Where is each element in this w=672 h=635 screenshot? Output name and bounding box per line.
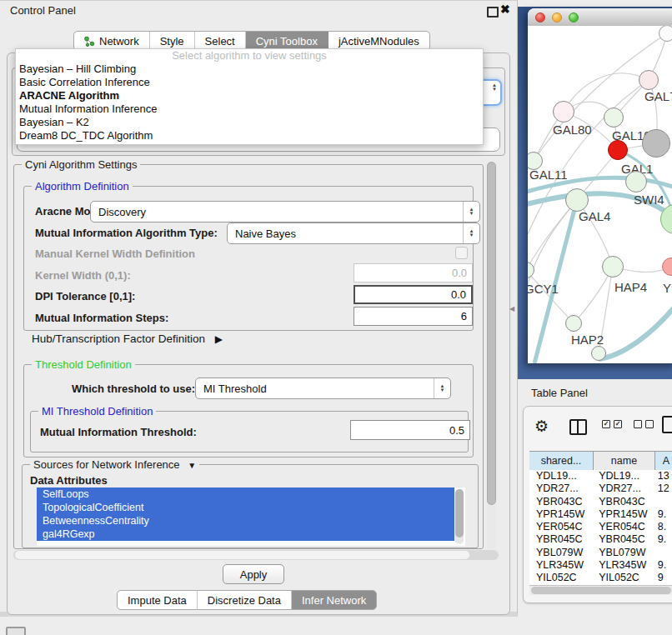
network-icon — [84, 36, 95, 47]
network-node-gal80[interactable] — [553, 101, 574, 122]
network-node[interactable] — [642, 129, 670, 158]
tab-network[interactable]: Network — [74, 32, 150, 50]
kernel-width-label: Kernel Width (0,1): — [35, 269, 131, 282]
network-node-gal10[interactable] — [604, 108, 624, 128]
table-horizontal-scrollbar[interactable] — [529, 585, 672, 595]
split-columns-icon[interactable] — [569, 419, 587, 435]
table-cell: 9. — [654, 533, 672, 546]
close-traffic-light-icon[interactable] — [535, 12, 545, 22]
kernel-width-field[interactable]: 0.0 — [354, 263, 473, 282]
control-panel-titlebar[interactable]: Control Panel ✖ — [0, 1, 517, 21]
table-cell: YBR045C — [529, 533, 594, 546]
data-attributes-label: Data Attributes — [30, 474, 108, 487]
network-node[interactable] — [591, 346, 606, 361]
table-row[interactable]: YPR145WYPR145W9. — [529, 508, 672, 521]
table-row[interactable]: YLR345WYLR345W9. — [529, 559, 672, 572]
attribute-item-topologicalcoefficient[interactable]: TopologicalCoefficient — [37, 501, 454, 514]
table-cell — [654, 547, 672, 559]
tab-jactivemnodules[interactable]: jActiveMNodules — [328, 32, 429, 50]
combo-stepper-icon: ▲▼ — [492, 83, 497, 92]
table-row[interactable]: YIL052CYIL052C9 — [529, 572, 672, 584]
network-window[interactable]: GAL7GAL80GAL10GAL1GAL11SWI4GAL4GCY1HAP4Y… — [528, 8, 672, 363]
network-node-hap4[interactable] — [602, 256, 624, 278]
scrollbar-thumb[interactable] — [15, 551, 469, 559]
column-header-a[interactable]: A — [655, 452, 672, 471]
table-cell: YIL052C — [529, 572, 594, 584]
algorithm-option-basic-correlation-inference[interactable]: Basic Correlation Inference — [16, 76, 483, 89]
scrollbar-thumb[interactable] — [531, 587, 671, 594]
column-header-shared[interactable]: shared... — [529, 452, 594, 471]
manual-kernel-checkbox[interactable] — [455, 247, 468, 259]
attributes-scrollbar[interactable] — [455, 489, 464, 544]
algorithm-option-bayesian-k2[interactable]: Bayesian – K2 — [16, 116, 483, 129]
table-row[interactable]: YBR045CYBR045C9. — [529, 533, 672, 546]
apply-button[interactable]: Apply — [223, 564, 284, 584]
algorithm-list: Bayesian – Hill ClimbingBasic Correlatio… — [16, 62, 483, 142]
algorithm-option-mutual-information-inference[interactable]: Mutual Information Inference — [16, 102, 483, 116]
zoom-traffic-light-icon[interactable] — [569, 12, 579, 22]
dpi-tolerance-field[interactable]: 0.0 — [354, 285, 473, 304]
network-node-gal1[interactable] — [608, 140, 628, 160]
tab-discretize-data[interactable]: Discretize Data — [198, 591, 292, 609]
mi-threshold-field[interactable]: 0.5 — [350, 420, 470, 440]
checked-checkbox-icon[interactable]: ✓ — [614, 420, 622, 428]
scrollbar-thumb[interactable] — [455, 489, 464, 538]
table-panel-title: Table Panel — [531, 387, 588, 399]
aracne-mode-combo[interactable]: Discovery ▲▼ — [90, 201, 480, 222]
network-node-gal4[interactable] — [565, 188, 589, 212]
tab-label: Select — [205, 35, 235, 48]
table-row[interactable]: YBL079WYBL079W — [529, 547, 672, 559]
table-cell: 8. — [654, 521, 672, 533]
tab-label: Discretize Data — [208, 594, 281, 607]
sources-title[interactable]: Sources for Network Inference ▼ — [30, 458, 199, 471]
table-cell: YBL079W — [529, 547, 594, 559]
unchecked-checkbox-icon[interactable] — [634, 420, 642, 428]
tab-infer-network[interactable]: Infer Network — [292, 591, 376, 609]
table-row[interactable]: YDR27...YDR27...12 — [529, 482, 672, 495]
new-file-icon[interactable] — [662, 416, 672, 433]
attribute-item-betweennesscentrality[interactable]: BetweennessCentrality — [37, 514, 454, 528]
algorithm-option-dream8-dc-tdc-algorithm[interactable]: Dream8 DC_TDC Algorithm — [16, 129, 483, 142]
algorithm-option-aracne-algorithm[interactable]: ARACNE Algorithm — [16, 89, 483, 102]
network-node-gal7[interactable] — [639, 70, 659, 90]
collapsed-panel-icon[interactable] — [6, 627, 26, 635]
tab-cyni-toolbox[interactable]: Cyni Toolbox — [246, 32, 328, 50]
combo-stepper-icon: ▲▼ — [463, 202, 479, 222]
network-node-hap2[interactable] — [565, 315, 582, 332]
table-cell: YBR043C — [529, 496, 594, 508]
table-row[interactable]: YBR043CYBR043C — [529, 496, 672, 508]
attribute-item-selfloops[interactable]: SelfLoops — [37, 488, 454, 501]
expander-right-icon: ▶ — [215, 333, 223, 345]
table-row[interactable]: YDL19...YDL19...13 — [529, 470, 672, 482]
data-attributes-list[interactable]: SelfLoopsTopologicalCoefficientBetweenne… — [37, 488, 465, 546]
mi-type-combo[interactable]: Naive Bayes ▲▼ — [227, 222, 480, 244]
table-row[interactable]: YER054CYER054C8. — [529, 521, 672, 533]
settings-horizontal-scrollbar[interactable] — [13, 550, 499, 560]
hub-expander[interactable]: Hub/Transcription Factor Definition ▶ — [32, 332, 223, 345]
network-canvas[interactable]: GAL7GAL80GAL10GAL1GAL11SWI4GAL4GCY1HAP4Y… — [528, 26, 672, 363]
dpi-tolerance-label: DPI Tolerance [0,1]: — [35, 290, 135, 302]
unchecked-checkbox-icon[interactable] — [645, 420, 654, 428]
network-window-titlebar[interactable] — [528, 8, 672, 27]
close-icon[interactable]: ✖ — [500, 2, 510, 16]
table-cell: YDL19... — [594, 470, 654, 482]
network-node[interactable] — [659, 26, 672, 42]
attribute-item-gal4rgexp[interactable]: gal4RGexp — [37, 528, 454, 541]
minimize-traffic-light-icon[interactable] — [552, 12, 562, 22]
scrollbar-thumb[interactable] — [487, 162, 496, 505]
table-cell: YPR145W — [529, 508, 594, 521]
aracne-mode-value: Discovery — [98, 206, 146, 218]
float-window-icon[interactable] — [487, 7, 499, 18]
mi-steps-field[interactable]: 6 — [354, 307, 473, 326]
tab-style[interactable]: Style — [150, 32, 195, 50]
settings-vertical-scrollbar[interactable] — [487, 162, 496, 549]
split-pane-arrow-icon[interactable]: ◀ — [509, 305, 514, 312]
tab-impute-data[interactable]: Impute Data — [118, 591, 198, 609]
tab-select[interactable]: Select — [195, 32, 246, 50]
algorithm-option-bayesian-hill-climbing[interactable]: Bayesian – Hill Climbing — [16, 62, 483, 76]
which-threshold-combo[interactable]: MI Threshold ▲▼ — [195, 378, 451, 399]
network-node-swi4[interactable] — [625, 171, 647, 192]
column-header-name[interactable]: name — [594, 452, 655, 471]
checked-checkbox-icon[interactable]: ✓ — [602, 420, 610, 428]
gear-icon[interactable]: ⚙ — [534, 417, 549, 436]
